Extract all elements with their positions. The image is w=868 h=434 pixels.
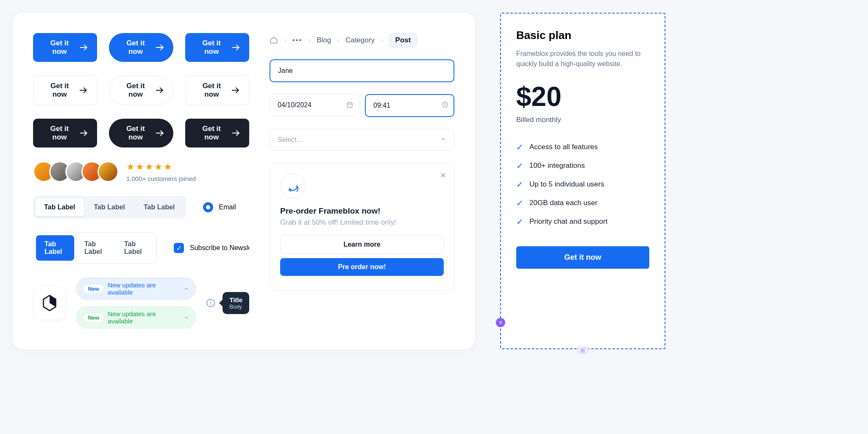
component-panel: Get it now Get it now Get it now Get it … bbox=[13, 13, 475, 349]
chat-icon bbox=[280, 173, 306, 199]
feature-item: ✓Up to 5 individual users bbox=[516, 175, 649, 194]
arrow-right-icon bbox=[80, 133, 86, 134]
info-icon[interactable]: i bbox=[206, 299, 215, 307]
cta-button-outline-rect[interactable]: Get it now bbox=[33, 75, 97, 105]
update-pill-blue[interactable]: New New updates are available → bbox=[76, 277, 196, 300]
billing-cycle: Billed monthly bbox=[516, 116, 649, 124]
time-input[interactable] bbox=[365, 94, 454, 117]
grid-handle-icon[interactable]: ||| bbox=[577, 346, 588, 354]
feature-list: ✓Access to all features ✓100+ integratio… bbox=[516, 138, 649, 231]
pricing-title: Basic plan bbox=[516, 29, 649, 42]
tab[interactable]: Tab Label bbox=[36, 198, 84, 216]
preorder-button[interactable]: Pre order now! bbox=[280, 258, 444, 276]
cta-button-primary-pill[interactable]: Get it now bbox=[109, 33, 173, 62]
pricing-card: Basic plan Frameblox provides the tools … bbox=[500, 13, 665, 349]
arrow-right-icon bbox=[232, 47, 238, 48]
arrow-right-icon: → bbox=[183, 314, 189, 321]
pill-text: New updates are available bbox=[108, 281, 178, 296]
breadcrumb-ellipsis[interactable]: ••• bbox=[292, 36, 303, 45]
new-badge: New bbox=[83, 285, 103, 293]
tooltip: Title Body bbox=[223, 292, 249, 314]
select-placeholder: Select... bbox=[278, 136, 302, 144]
promo-card: ✕ Pre-order Frameblox now! Grab it at 50… bbox=[270, 163, 454, 291]
date-input[interactable] bbox=[270, 94, 359, 116]
arrow-right-icon bbox=[156, 90, 162, 91]
check-icon: ✓ bbox=[516, 161, 523, 171]
tabs-segmented: Tab Label Tab Label Tab Label bbox=[33, 196, 186, 219]
tab[interactable]: Tab Label bbox=[135, 198, 184, 216]
arrow-right-icon bbox=[156, 133, 162, 134]
cta-button-outline-pill[interactable]: Get it now bbox=[109, 75, 173, 105]
breadcrumb-item[interactable]: Category bbox=[345, 36, 375, 45]
logo-tile bbox=[33, 286, 66, 320]
learn-more-button[interactable]: Learn more bbox=[280, 235, 444, 254]
radio-label: Email bbox=[219, 203, 236, 211]
check-icon: ✓ bbox=[516, 142, 523, 152]
breadcrumb-current: Post bbox=[389, 33, 417, 47]
checkbox-option[interactable]: ✓ Subscribe to Newsletter bbox=[174, 243, 249, 253]
new-badge: New bbox=[83, 314, 103, 322]
arrow-right-icon bbox=[80, 90, 86, 91]
pricing-description: Frameblox provides the tools you need to… bbox=[516, 49, 649, 69]
check-icon: ✓ bbox=[516, 179, 523, 189]
check-icon: ✓ bbox=[516, 198, 523, 208]
pricing-cta-button[interactable]: Get it now bbox=[516, 246, 649, 269]
tabs-outline: Tab Label Tab Label Tab Label bbox=[33, 232, 157, 264]
checkbox-label: Subscribe to Newsletter bbox=[190, 244, 249, 252]
cta-button-primary-rect[interactable]: Get it now bbox=[33, 33, 97, 62]
chevron-right-icon: › bbox=[381, 36, 383, 45]
cta-button-primary-rect-2[interactable]: Get it now bbox=[185, 33, 249, 62]
framer-handle-icon[interactable]: ≡ bbox=[496, 318, 505, 327]
tab[interactable]: Tab Label bbox=[36, 235, 74, 261]
chevron-right-icon: › bbox=[309, 36, 311, 45]
breadcrumb-item[interactable]: Blog bbox=[317, 36, 331, 45]
check-icon: ✓ bbox=[516, 217, 523, 227]
cta-button-dark-pill[interactable]: Get it now bbox=[109, 119, 173, 147]
clock-icon[interactable] bbox=[442, 101, 448, 110]
feature-item: ✓20GB data each user bbox=[516, 194, 649, 212]
tab[interactable]: Tab Label bbox=[86, 198, 134, 216]
avatar-rating-group: ★★★★★ 1,000+ customers joined bbox=[33, 161, 249, 182]
radio-option[interactable]: Email bbox=[203, 202, 236, 212]
tab[interactable]: Tab Label bbox=[76, 235, 114, 261]
arrow-right-icon bbox=[156, 47, 162, 48]
tab[interactable]: Tab Label bbox=[116, 235, 154, 261]
price-value: $20 bbox=[516, 81, 649, 112]
arrow-right-icon bbox=[80, 47, 86, 48]
cta-button-dark-rect-2[interactable]: Get it now bbox=[185, 119, 249, 147]
select-dropdown[interactable]: Select... bbox=[270, 129, 454, 151]
arrow-right-icon bbox=[232, 90, 238, 91]
feature-item: ✓Priority chat and support bbox=[516, 212, 649, 231]
star-rating-icon: ★★★★★ bbox=[126, 161, 196, 172]
cta-button-outline-rect-2[interactable]: Get it now bbox=[185, 75, 249, 105]
svg-rect-0 bbox=[347, 103, 352, 107]
avatar bbox=[97, 161, 119, 182]
cta-button-dark-rect[interactable]: Get it now bbox=[33, 119, 97, 147]
chevron-right-icon: › bbox=[284, 36, 287, 45]
tooltip-body: Body bbox=[229, 303, 242, 310]
chevron-down-icon bbox=[440, 136, 446, 144]
breadcrumb: › ••• › Blog › Category › Post bbox=[270, 33, 454, 47]
name-input[interactable] bbox=[270, 59, 454, 82]
home-icon[interactable] bbox=[270, 36, 278, 45]
rating-caption: 1,000+ customers joined bbox=[126, 175, 196, 182]
feature-item: ✓Access to all features bbox=[516, 138, 649, 156]
arrow-right-icon bbox=[232, 133, 238, 134]
close-icon[interactable]: ✕ bbox=[440, 171, 446, 180]
promo-subtitle: Grab it at 50% off! Limited time only! bbox=[280, 218, 444, 227]
update-pill-green[interactable]: New New updates are available → bbox=[76, 306, 196, 329]
hexagon-icon bbox=[42, 295, 57, 312]
pill-text: New updates are available bbox=[108, 310, 178, 325]
calendar-icon[interactable] bbox=[346, 101, 353, 110]
arrow-right-icon: → bbox=[183, 285, 189, 292]
promo-title: Pre-order Frameblox now! bbox=[280, 206, 444, 216]
checkbox-icon: ✓ bbox=[174, 243, 184, 253]
chevron-right-icon: › bbox=[337, 36, 339, 45]
feature-item: ✓100+ integrations bbox=[516, 156, 649, 175]
tooltip-title: Title bbox=[229, 296, 242, 303]
radio-icon bbox=[203, 202, 213, 212]
